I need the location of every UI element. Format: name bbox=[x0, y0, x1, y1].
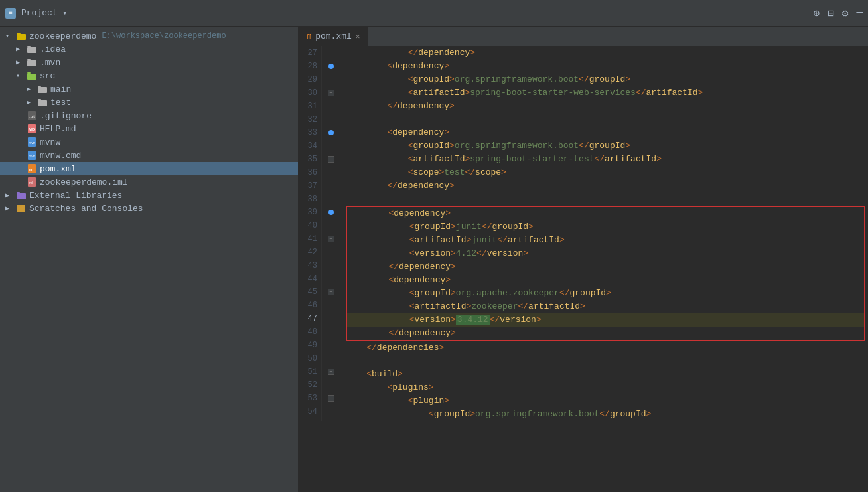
project-root-icon bbox=[16, 31, 27, 41]
extlibs-icon bbox=[16, 190, 27, 201]
minimize-icon[interactable]: — bbox=[856, 7, 863, 20]
code-line-42: <version>4.12</version> bbox=[347, 247, 864, 260]
tree-item-root[interactable]: ▾ zookeeperdemo E:\workspace\zookeeperde… bbox=[0, 29, 298, 42]
svg-rect-25 bbox=[17, 193, 26, 199]
gc-39 bbox=[322, 206, 340, 219]
fold-30[interactable]: − bbox=[328, 90, 334, 96]
svg-rect-4 bbox=[27, 59, 31, 60]
title-bar: ≡ Project ▾ ⊕ ⊟ ⚙ — bbox=[0, 0, 868, 27]
svg-text:MD: MD bbox=[29, 127, 35, 131]
tree-item-extlibs[interactable]: ▶ External Libraries bbox=[0, 189, 298, 202]
sidebar-tree: ▾ zookeeperdemo E:\workspace\zookeeperde… bbox=[0, 27, 298, 492]
ln-41: 41 bbox=[299, 232, 321, 246]
ln-45: 45 bbox=[299, 286, 321, 299]
svg-text:iml: iml bbox=[29, 181, 33, 185]
tree-item-main[interactable]: ▶ main bbox=[0, 82, 298, 96]
tree-item-mvn[interactable]: ▶ .mvn bbox=[0, 56, 298, 69]
code-line-51: <build> bbox=[346, 368, 868, 381]
arrow-icon: ▾ bbox=[16, 72, 24, 80]
scratch-icon bbox=[16, 203, 27, 214]
tree-item-gitignore[interactable]: .git .gitignore bbox=[0, 109, 298, 122]
ln-40: 40 bbox=[299, 219, 321, 232]
code-scroll[interactable]: 27 28 29 30 31 32 33 34 35 36 37 38 39 4… bbox=[299, 46, 868, 492]
dropdown-icon[interactable]: ▾ bbox=[63, 9, 68, 17]
gc-37 bbox=[322, 179, 340, 193]
tree-item-idea[interactable]: ▶ .idea bbox=[0, 42, 298, 56]
svg-rect-3 bbox=[27, 47, 36, 53]
svg-text:mvn: mvn bbox=[29, 154, 35, 158]
collapse-icon[interactable]: ⊟ bbox=[828, 7, 834, 20]
tab-bar: m pom.xml ✕ bbox=[299, 27, 868, 46]
ln-51: 51 bbox=[299, 365, 321, 378]
tree-item-test[interactable]: ▶ test bbox=[0, 96, 298, 109]
gc-32 bbox=[322, 113, 340, 126]
svg-rect-11 bbox=[38, 100, 47, 106]
tree-item-iml[interactable]: iml zookeeperdemo.iml bbox=[0, 175, 298, 189]
browse-icon[interactable]: ⊕ bbox=[813, 7, 820, 20]
settings-icon[interactable]: ⚙ bbox=[842, 7, 849, 20]
iml-icon: iml bbox=[27, 177, 37, 187]
arrow-icon: ▶ bbox=[16, 58, 24, 66]
tree-item-help[interactable]: MD HELP.md bbox=[0, 122, 298, 135]
pomxml-label: pom.xml bbox=[40, 164, 76, 174]
ln-30: 30 bbox=[299, 86, 321, 100]
tab-pom-label: pom.xml bbox=[315, 31, 352, 41]
ln-48: 48 bbox=[299, 325, 321, 339]
ln-35: 35 bbox=[299, 153, 321, 166]
gc-34 bbox=[322, 139, 340, 153]
gc-43 bbox=[322, 259, 340, 272]
svg-text:m: m bbox=[29, 167, 33, 171]
gc-33 bbox=[322, 126, 340, 139]
tab-close-button[interactable]: ✕ bbox=[356, 32, 360, 41]
title-bar-actions: ⊕ ⊟ ⚙ — bbox=[813, 7, 863, 20]
gc-28 bbox=[322, 60, 340, 73]
ln-34: 34 bbox=[299, 139, 321, 153]
ln-27: 27 bbox=[299, 46, 321, 60]
svg-rect-24 bbox=[17, 192, 20, 193]
gc-52 bbox=[322, 378, 340, 392]
ln-47: 47 bbox=[299, 312, 321, 325]
code-line-35: <artifactId>spring-boot-starter-test</ar… bbox=[346, 153, 868, 166]
main-layout: ▾ zookeeperdemo E:\workspace\zookeeperde… bbox=[0, 27, 868, 492]
mvn-label: .mvn bbox=[40, 58, 60, 68]
test-label: test bbox=[50, 98, 71, 108]
tree-item-pomxml[interactable]: m pom.xml bbox=[0, 162, 298, 175]
gitignore-label: .gitignore bbox=[40, 111, 92, 121]
gc-44 bbox=[322, 272, 340, 286]
gc-31 bbox=[322, 100, 340, 113]
fold-51[interactable]: − bbox=[328, 369, 334, 375]
gc-30: − bbox=[322, 86, 340, 100]
gc-47 bbox=[322, 312, 340, 325]
gc-40 bbox=[322, 219, 340, 232]
fold-53[interactable]: − bbox=[328, 395, 334, 402]
folder-icon bbox=[27, 44, 37, 54]
tree-item-scratches[interactable]: ▶ Scratches and Consoles bbox=[0, 202, 298, 215]
ln-42: 42 bbox=[299, 246, 321, 259]
code-line-33: <dependency> bbox=[346, 126, 868, 139]
tree-item-mvnwcmd[interactable]: mvn mvnw.cmd bbox=[0, 149, 298, 162]
gc-53: − bbox=[322, 392, 340, 405]
folder-icon bbox=[27, 57, 37, 68]
tab-pom[interactable]: m pom.xml ✕ bbox=[299, 27, 368, 46]
editor: m pom.xml ✕ 27 28 29 30 31 32 33 34 3 bbox=[299, 27, 868, 492]
fold-45[interactable]: − bbox=[328, 289, 334, 295]
fold-35[interactable]: − bbox=[328, 156, 334, 163]
code-line-27: </dependency> bbox=[346, 46, 868, 60]
code-line-50 bbox=[346, 355, 868, 368]
svg-rect-6 bbox=[27, 72, 31, 74]
code-line-45: <groupId>org.apache.zookeeper</groupId> bbox=[347, 287, 864, 300]
code-line-48: </dependency> bbox=[347, 327, 864, 340]
main-label: main bbox=[50, 84, 71, 94]
fold-41[interactable]: − bbox=[328, 236, 334, 242]
project-label[interactable]: Project bbox=[21, 8, 58, 18]
tree-item-src[interactable]: ▾ src bbox=[0, 69, 298, 82]
gutter: − − − − bbox=[322, 46, 340, 421]
gc-36 bbox=[322, 166, 340, 179]
svg-text:.git: .git bbox=[29, 114, 35, 118]
svg-rect-8 bbox=[38, 86, 41, 87]
gitignore-icon: .git bbox=[27, 110, 37, 121]
gc-46 bbox=[322, 299, 340, 312]
pomxml-icon: m bbox=[27, 163, 37, 174]
code-content: </dependency> <dependency> <groupId>org.… bbox=[340, 46, 868, 421]
tree-item-mvnw[interactable]: mvn mvnw bbox=[0, 135, 298, 149]
